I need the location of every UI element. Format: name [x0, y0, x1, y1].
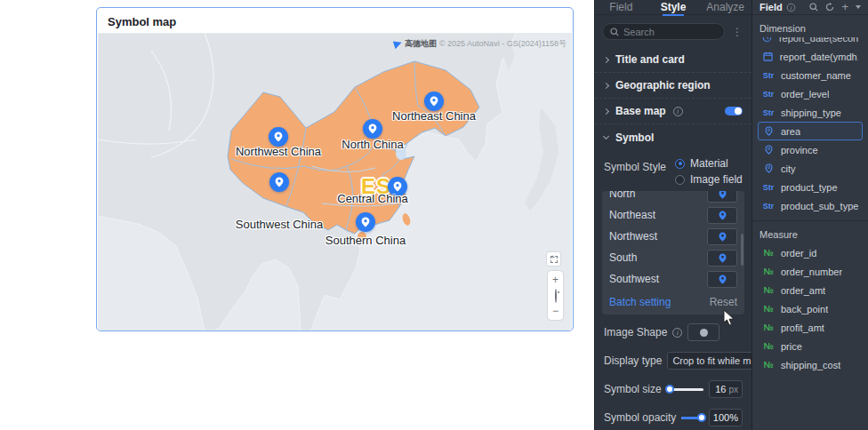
number-type-icon: № — [762, 267, 775, 276]
symbol-map-card[interactable]: Symbol map — [96, 7, 574, 331]
field-item-report-date-second[interactable]: report_date(second... — [758, 37, 863, 47]
map-attribution-text: © 2025 AutoNavi - GS(2024)1158号 — [439, 38, 567, 50]
search-input[interactable] — [623, 27, 717, 37]
map-attribution-brand: 高德地图 — [405, 38, 437, 50]
field-item-order-amt[interactable]: № order_amt — [758, 281, 863, 299]
list-scrollbar[interactable] — [741, 234, 743, 266]
pin-icon — [367, 123, 378, 134]
tab-field[interactable]: Field — [595, 1, 647, 13]
symbol-size-unit: px — [728, 385, 738, 394]
geo-pin-icon — [762, 126, 775, 136]
search-row: ⋮ — [595, 15, 751, 47]
image-shape-row: Image Shape i — [604, 322, 743, 343]
symbol-opacity-input[interactable]: 100% — [709, 409, 743, 426]
zoom-in-button[interactable]: + — [548, 273, 563, 287]
region-symbol-button[interactable] — [707, 250, 737, 267]
map-pin-southern[interactable] — [356, 212, 375, 232]
symbol-size-slider[interactable] — [667, 384, 703, 394]
radio-label: Image field — [690, 173, 743, 186]
field-item-order-id[interactable]: № order_id — [758, 243, 863, 262]
number-type-icon: № — [762, 248, 775, 258]
image-shape-button[interactable] — [687, 323, 719, 341]
field-name: report_date(ymdh... — [780, 52, 858, 62]
radio-material[interactable]: Material — [675, 157, 743, 170]
field-item-price[interactable]: № price — [758, 337, 863, 355]
field-item-order-number[interactable]: № order_number — [758, 262, 863, 281]
field-item-report-date-ymdh[interactable]: report_date(ymdh... — [758, 47, 863, 66]
field-item-order-level[interactable]: Str order_level — [758, 84, 863, 103]
number-type-icon: № — [762, 322, 775, 332]
region-row-northwest: Northwest — [609, 226, 737, 247]
field-panel-actions: + — [809, 3, 861, 12]
field-item-shipping-cost[interactable]: № shipping_cost — [758, 355, 863, 374]
field-panel: Field i + Dimension report_date(second..… — [751, 0, 868, 430]
search-icon[interactable] — [809, 3, 818, 12]
refresh-icon[interactable] — [825, 3, 834, 12]
field-item-shipping-type[interactable]: Str shipping_type — [758, 103, 863, 122]
region-symbol-button[interactable] — [707, 228, 737, 245]
zoom-out-button[interactable]: − — [548, 304, 563, 318]
field-item-product-type[interactable]: Str product_type — [758, 178, 863, 196]
slider-thumb[interactable] — [697, 413, 706, 422]
tab-analyze[interactable]: Analyze — [699, 1, 751, 13]
field-name: price — [781, 341, 802, 352]
symbol-settings: Symbol Style Material Image field North — [595, 150, 751, 428]
field-name: shipping_type — [781, 108, 841, 118]
map-pin-northeast[interactable] — [424, 92, 444, 111]
slider-thumb[interactable] — [665, 385, 674, 394]
map-zoom-controls: + − — [548, 271, 563, 320]
locate-button[interactable] — [548, 289, 563, 303]
field-item-city[interactable]: city — [758, 159, 863, 178]
symbol-size-input[interactable]: 16 px — [709, 380, 743, 398]
region-symbol-button[interactable] — [707, 191, 737, 203]
region-scroll-area[interactable]: North Northeast Northwest South — [602, 191, 744, 290]
field-name: profit_amt — [781, 322, 824, 333]
map-attribution: 高德地图 © 2025 AutoNavi - GS(2024)1158号 — [394, 38, 567, 50]
pin-icon — [273, 131, 284, 142]
field-name: back_point — [781, 304, 828, 315]
field-item-product-sub-type[interactable]: Str product_sub_type — [758, 196, 863, 215]
region-name: Southwest — [609, 273, 659, 285]
map-pin-southwest[interactable] — [269, 172, 289, 192]
pin-icon — [274, 177, 285, 187]
field-name: order_level — [781, 89, 829, 100]
symbol-style-radios: Material Image field — [675, 157, 743, 186]
info-icon: i — [673, 107, 683, 116]
section-base-map[interactable]: Base map i — [595, 99, 751, 124]
field-item-back-point[interactable]: № back_point — [758, 299, 863, 318]
field-item-province[interactable]: province — [758, 140, 863, 159]
region-name: North — [609, 191, 635, 200]
search-box[interactable] — [602, 23, 725, 40]
pin-icon — [718, 191, 727, 199]
tab-style[interactable]: Style — [647, 1, 700, 13]
section-geographic-region[interactable]: Geographic region — [595, 73, 751, 99]
more-options-icon[interactable]: ⋮ — [730, 28, 744, 36]
map-canvas[interactable]: 高德地图 © 2025 AutoNavi - GS(2024)1158号 ES … — [98, 33, 572, 330]
add-field-icon[interactable]: + — [841, 3, 848, 12]
map-pin-northwest[interactable] — [269, 127, 288, 147]
region-row-north: North — [609, 191, 737, 204]
section-symbol[interactable]: Symbol — [595, 124, 751, 150]
radio-label: Material — [690, 157, 728, 170]
section-title-and-card[interactable]: Title and card — [595, 47, 751, 73]
panel-tabs: Field Style Analyze — [595, 0, 751, 15]
map-pin-north[interactable] — [363, 119, 382, 139]
radio-image-field[interactable]: Image field — [675, 173, 743, 186]
display-type-value: Crop to fit while m... — [672, 355, 759, 366]
base-map-toggle[interactable] — [725, 107, 743, 115]
region-symbol-button[interactable] — [707, 207, 737, 224]
field-item-customer-name[interactable]: Str customer_name — [758, 66, 863, 84]
field-item-profit-amt[interactable]: № profit_amt — [758, 318, 863, 337]
field-name: order_number — [781, 267, 842, 277]
region-symbol-button[interactable] — [707, 271, 737, 288]
collapse-caret-icon[interactable] — [856, 5, 861, 9]
map-fit-button[interactable] — [547, 252, 560, 266]
radio-icon — [675, 175, 685, 185]
symbol-size-value: 16 — [715, 384, 726, 394]
batch-setting-link[interactable]: Batch setting — [609, 296, 671, 308]
geo-pin-icon — [762, 145, 775, 155]
reset-link[interactable]: Reset — [710, 296, 737, 308]
symbol-opacity-slider[interactable] — [681, 412, 703, 423]
number-type-icon: № — [762, 304, 775, 314]
field-item-area[interactable]: area — [758, 122, 863, 140]
